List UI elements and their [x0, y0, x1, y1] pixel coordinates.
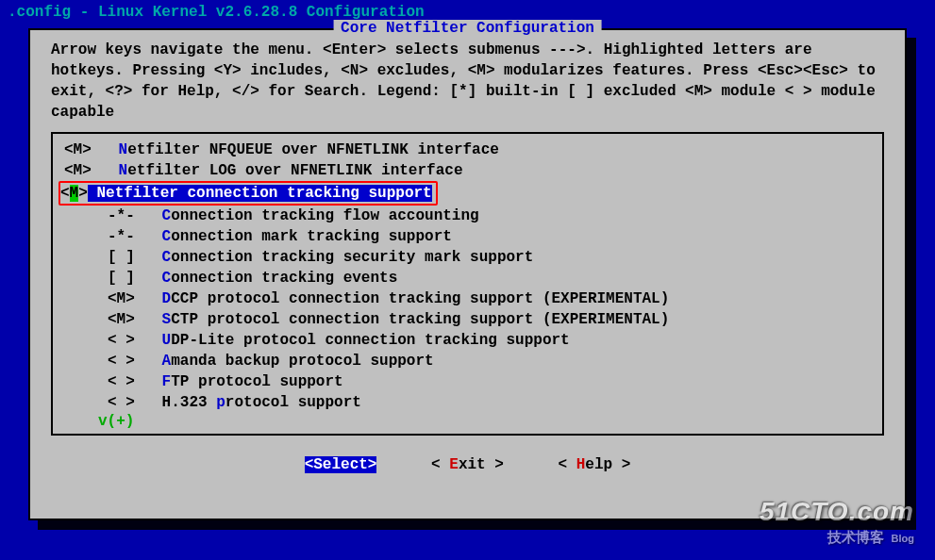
menu-item[interactable]: <M> Netfilter LOG over NFNETLINK interfa… — [64, 160, 871, 181]
section-title: Core Netfilter Configuration — [333, 20, 602, 37]
item-mark: -*- — [108, 226, 153, 247]
item-label: H.323 protocol support — [153, 392, 361, 413]
menu-list: <M> Netfilter NFQUEUE over NFNETLINK int… — [51, 132, 884, 436]
more-indicator: v(+) — [98, 413, 871, 430]
selection-highlight: <M> Netfilter connection tracking suppor… — [58, 181, 438, 206]
item-label: Netfilter NFQUEUE over NFNETLINK interfa… — [109, 140, 499, 160]
menu-item[interactable]: [ ] Connection tracking security mark su… — [64, 247, 871, 268]
item-label: SCTP protocol connection tracking suppor… — [153, 309, 669, 330]
item-mark: <M> — [64, 140, 109, 160]
item-mark: <M> — [64, 160, 109, 181]
item-label: Netfilter connection tracking support — [88, 185, 432, 202]
exit-button[interactable]: < Exit > — [431, 456, 504, 473]
item-mark: -*- — [108, 206, 153, 226]
menu-item[interactable]: < > H.323 protocol support — [64, 392, 871, 413]
item-label: DCCP protocol connection tracking suppor… — [153, 288, 669, 309]
item-mark: < > — [108, 351, 153, 371]
item-mark: <M> — [108, 309, 153, 330]
watermark-line2: 技术博客Blog — [760, 529, 914, 547]
menu-item[interactable]: <M> DCCP protocol connection tracking su… — [64, 288, 871, 309]
item-mark: <M> — [108, 288, 153, 309]
button-bar: <Select> < Exit > < Help > — [51, 456, 884, 473]
item-mark: < > — [108, 330, 153, 351]
menu-item[interactable]: < > UDP-Lite protocol connection trackin… — [64, 330, 871, 351]
menu-item[interactable]: [ ] Connection tracking events — [64, 268, 871, 288]
help-button[interactable]: < Help > — [559, 456, 631, 473]
item-label: Connection mark tracking support — [153, 226, 452, 247]
menu-item[interactable]: < > Amanda backup protocol support — [64, 351, 871, 371]
item-mark: <M> — [60, 185, 88, 202]
item-label: Connection tracking flow accounting — [153, 206, 479, 226]
item-label: FTP protocol support — [153, 371, 343, 392]
item-label: Connection tracking security mark suppor… — [153, 247, 533, 268]
select-button[interactable]: <Select> — [305, 456, 377, 473]
help-text: Arrow keys navigate the menu. <Enter> se… — [51, 40, 884, 123]
item-label: Netfilter LOG over NFNETLINK interface — [109, 160, 462, 181]
item-mark: [ ] — [108, 268, 153, 288]
menu-item[interactable]: -*- Connection mark tracking support — [64, 226, 871, 247]
menu-item[interactable]: <M> Netfilter NFQUEUE over NFNETLINK int… — [64, 140, 871, 160]
dialog-frame: Core Netfilter Configuration Arrow keys … — [28, 28, 907, 520]
item-label: UDP-Lite protocol connection tracking su… — [153, 330, 570, 351]
menu-item[interactable]: <M> Netfilter connection tracking suppor… — [64, 181, 871, 206]
item-mark: < > — [108, 392, 153, 413]
item-label: Connection tracking events — [153, 268, 397, 288]
menu-item[interactable]: -*- Connection tracking flow accounting — [64, 206, 871, 226]
item-mark: [ ] — [108, 247, 153, 268]
item-mark: < > — [108, 371, 153, 392]
menu-item[interactable]: < > FTP protocol support — [64, 371, 871, 392]
item-label: Amanda backup protocol support — [153, 351, 434, 371]
menu-item[interactable]: <M> SCTP protocol connection tracking su… — [64, 309, 871, 330]
